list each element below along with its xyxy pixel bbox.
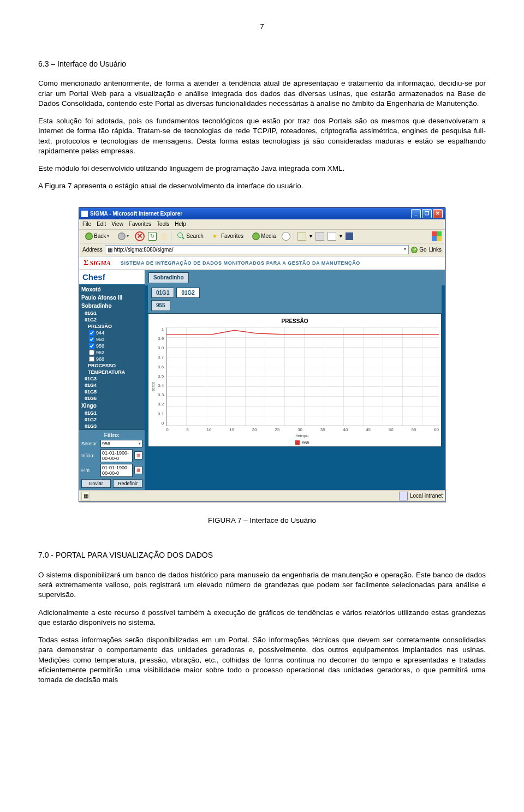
brand-bar: ΣSIGMA SISTEMA DE INTEGRAÇÃO DE DADOS MO… [79, 256, 445, 270]
links-label[interactable]: Links [429, 246, 442, 254]
menu-file[interactable]: File [82, 220, 91, 228]
minimize-button[interactable]: _ [411, 209, 421, 218]
ytick: 0 [162, 421, 164, 426]
ytick: 0.6 [158, 365, 164, 369]
legend-label: 955 [302, 440, 309, 445]
sensor-item[interactable]: 962 [79, 349, 145, 356]
chart-legend: 955 [166, 440, 439, 445]
print-icon[interactable] [315, 232, 324, 241]
menu-view[interactable]: View [111, 220, 123, 228]
go-label: Go [419, 246, 426, 254]
sensor-checkbox[interactable] [89, 337, 94, 342]
sensor-checkbox[interactable] [89, 343, 94, 349]
chevron-down-icon: ▾ [107, 234, 109, 240]
tree-unit[interactable]: 01G3 [79, 423, 145, 429]
menu-tools[interactable]: Tools [157, 220, 169, 228]
paragraph-3: Este módulo foi desenvolvido utilizando … [38, 164, 486, 174]
tree-unit[interactable]: 01G1 [79, 410, 145, 416]
search-icon [177, 232, 185, 240]
edit-icon[interactable] [327, 232, 336, 241]
tree-measure[interactable]: TEMPERATURA [79, 369, 145, 375]
tab-01g1[interactable]: 01G1 [151, 288, 174, 298]
sensor-label: 968 [96, 356, 104, 362]
go-button[interactable]: ➜Go [411, 246, 426, 254]
xtick: 55 [411, 427, 416, 432]
top-tabs: Sobradinho [145, 270, 445, 285]
filter-sensor-input[interactable]: 956▾ [100, 440, 142, 447]
chevron-down-icon[interactable]: ▾ [404, 247, 406, 253]
tree-unit[interactable]: 01G1 [79, 310, 145, 317]
close-button[interactable]: ✕ [433, 209, 443, 218]
tree-unit[interactable]: 01G4 [79, 382, 145, 389]
tab-01g2[interactable]: 01G2 [176, 288, 199, 298]
xtick: 35 [320, 427, 325, 432]
xtick: 10 [207, 427, 212, 432]
sigma-text: SIGMA [90, 259, 111, 267]
refresh-icon[interactable] [148, 232, 157, 241]
legend-swatch [295, 440, 300, 445]
ytick: 0.3 [158, 393, 164, 397]
calendar-icon[interactable]: ▦ [134, 466, 142, 474]
word-icon[interactable] [346, 232, 353, 240]
filter-reset-button[interactable]: Redefinir [113, 479, 142, 488]
menu-edit[interactable]: Edit [97, 220, 106, 228]
sensor-item[interactable]: 956 [79, 343, 145, 349]
tree-measure[interactable]: PRESSÃO [79, 323, 145, 330]
tab-955[interactable]: 955 [151, 300, 170, 311]
xtick: 15 [229, 427, 234, 432]
filter-title: Filtro: [81, 432, 142, 438]
chevron-down-icon[interactable]: ▾ [139, 441, 141, 446]
back-button[interactable]: Back▾ [82, 231, 112, 241]
xtick: 0 [166, 427, 168, 432]
filter-start-input[interactable]: 01-01-1900-00-00-0 [100, 449, 133, 462]
paragraph-2: Esta solução foi adotada, pois os fundam… [38, 116, 486, 156]
tree-area[interactable]: Xingo [79, 402, 145, 410]
mail-icon[interactable] [297, 232, 306, 241]
sensor-checkbox[interactable] [89, 330, 94, 336]
sensor-checkbox[interactable] [89, 356, 94, 362]
tree-area[interactable]: Sobradinho [79, 302, 145, 310]
chart-ylabel: teste [151, 327, 156, 445]
separator [171, 231, 171, 241]
tree-area[interactable]: Moxotó [79, 285, 145, 294]
tree-unit[interactable]: 01G2 [79, 317, 145, 323]
favorites-button[interactable]: ★Favorites [210, 231, 246, 241]
tree-unit[interactable]: 01G5 [79, 389, 145, 395]
filter-send-button[interactable]: Enviar [81, 479, 111, 488]
history-icon[interactable] [282, 232, 290, 241]
tree-unit[interactable]: 01G3 [79, 375, 145, 382]
search-button[interactable]: Search [175, 231, 206, 241]
chart-grid [166, 327, 439, 426]
media-button[interactable]: Media [249, 231, 278, 241]
xtick: 50 [389, 427, 394, 432]
sensor-item[interactable]: 944 [79, 330, 145, 336]
stop-icon[interactable] [135, 231, 145, 241]
paragraph-7: Todas estas informações serão disponibil… [38, 635, 486, 685]
heading-6-3: 6.3 – Interface do Usuário [38, 59, 486, 69]
paragraph-6: Adicionalmente a este recurso é possível… [38, 608, 486, 628]
tree-area[interactable]: Paulo Afonso III [79, 294, 145, 302]
calendar-icon[interactable]: ▦ [134, 451, 142, 459]
paragraph-5: O sistema disponibilizará um banco de da… [38, 570, 486, 600]
sensor-item[interactable]: 950 [79, 336, 145, 343]
sensor-item[interactable]: 968 [79, 356, 145, 362]
address-input[interactable]: ▦ http://sigma:8080/sigma/ ▾ [105, 245, 409, 255]
sensor-checkbox[interactable] [89, 350, 94, 355]
home-icon[interactable] [160, 232, 168, 240]
filter-start-value: 01-01-1900-00-00-0 [102, 450, 131, 461]
filter-end-input[interactable]: 01-01-1900-00-00-0 [100, 464, 133, 477]
favorites-label: Favorites [221, 232, 243, 240]
tab-sobradinho[interactable]: Sobradinho [148, 272, 189, 283]
address-bar: Address ▦ http://sigma:8080/sigma/ ▾ ➜Go… [79, 243, 445, 257]
xtick: 20 [252, 427, 257, 432]
menu-help[interactable]: Help [175, 220, 186, 228]
menu-favorites[interactable]: Favorites [129, 220, 151, 228]
forward-button[interactable]: ▾ [115, 231, 132, 241]
page-icon: ▦ [108, 246, 112, 254]
tree-unit[interactable]: 01G2 [79, 416, 145, 423]
tree-unit[interactable]: 01G6 [79, 395, 145, 402]
maximize-button[interactable]: ❐ [422, 209, 432, 218]
search-label: Search [186, 232, 204, 240]
chevron-down-icon: ▾ [127, 234, 129, 240]
tree-measure[interactable]: PROCESSO [79, 362, 145, 369]
